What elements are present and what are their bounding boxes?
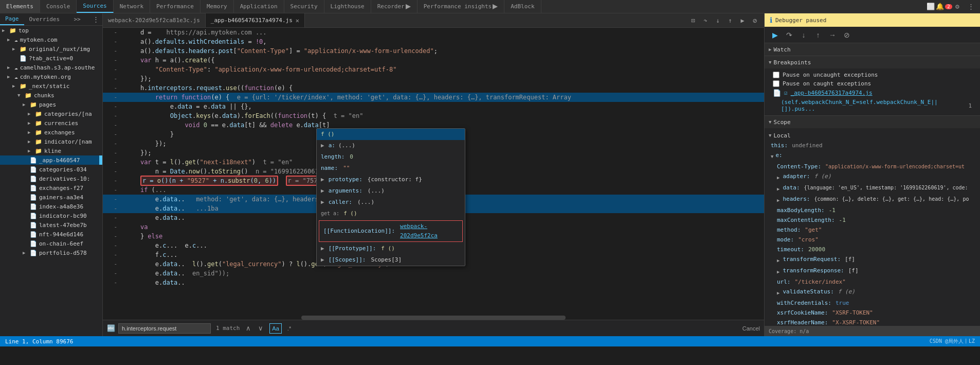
tree-item-tab-active[interactable]: 📄 ?tab_active=0 <box>0 54 102 63</box>
deactivate-breakpoints-button[interactable]: ⊘ <box>841 29 853 41</box>
scope-validate[interactable]: ▶ validateStatus: f (e) <box>765 287 980 298</box>
popup-item-fn[interactable]: f () <box>317 129 465 140</box>
popup-item-proto2[interactable]: ▶ [[Prototype]]: f () <box>317 243 465 254</box>
script-breakpoint-item[interactable]: 📄 ☑ _app-b4605476317a4974.js <box>765 88 980 98</box>
tab-security[interactable]: Security <box>284 0 324 13</box>
more-icon[interactable]: ⋮ <box>966 2 976 12</box>
step-over-icon[interactable]: ↷ <box>700 15 711 26</box>
tree-item-exchanges-f27[interactable]: 📄 exchanges-f27 <box>0 183 102 193</box>
tree-item-nuxt-img[interactable]: ▶ 📁 original/_nuxt/img <box>0 44 102 54</box>
tab-recorder[interactable]: Recorder <box>371 0 418 13</box>
tab-lighthouse[interactable]: Lighthouse <box>324 0 371 13</box>
search-input[interactable] <box>118 323 211 334</box>
file-tab-app[interactable]: _app-b4605476317a4974.js ✕ <box>206 13 305 27</box>
code-content[interactable]: - d = https://api.mytoken.com ... - a().… <box>103 28 764 336</box>
badge-icon[interactable]: 🔔2 <box>939 2 949 12</box>
tab-sources[interactable]: Sources <box>77 0 113 13</box>
step-into-button[interactable]: ↓ <box>797 29 810 41</box>
tree-item-camelhash[interactable]: ▶ ☁ camelhash.s3.ap-southe <box>0 63 102 72</box>
popup-item-a[interactable]: ▶ a: (...) <box>317 140 465 151</box>
horizontal-scrollbar-thumb[interactable] <box>301 316 566 320</box>
tree-item-top[interactable]: ▶ 📁 top <box>0 26 102 35</box>
tab-application[interactable]: Application <box>234 0 284 13</box>
pause-uncaught-checkbox[interactable] <box>773 72 779 78</box>
deactivate-icon[interactable]: ⊘ <box>750 15 760 26</box>
popup-item-name[interactable]: name: "" <box>317 163 465 174</box>
sidebar-tab-overrides[interactable]: Overrides <box>24 13 65 25</box>
tree-item-indicator[interactable]: ▶ 📁 indicator/[nam <box>0 137 102 146</box>
sidebar-actions-more[interactable]: ⋮ <box>89 13 102 25</box>
scope-transform-resp[interactable]: ▶ transformResponse: [f] <box>765 266 980 277</box>
popup-item-caller[interactable]: ▶ caller: (...) <box>317 197 465 208</box>
tree-item-derivatives[interactable]: 📄 derivatives-10: <box>0 174 102 183</box>
step-out-icon[interactable]: ↑ <box>725 15 735 26</box>
sidebar-tab-page[interactable]: Page <box>0 13 24 25</box>
scope-headers[interactable]: ▶ headers: {common: {…}, delete: {…}, ge… <box>765 194 980 205</box>
tree-item-cdn[interactable]: ▶ ☁ cdn.mytoken.org <box>0 72 102 81</box>
tree-item-nft[interactable]: 📄 nft-944e6d146 <box>0 230 102 239</box>
file-tab-webpack[interactable]: webpack-202d9e5f2ca81e3c.js <box>103 13 206 27</box>
tree-item-latest[interactable]: 📄 latest-47ebe7b <box>0 220 102 230</box>
tree-item-portfolio[interactable]: ▶ 📄 portfolio-d578 <box>0 248 102 257</box>
regex-toggle[interactable]: .* <box>285 323 294 334</box>
breakpoints-section-title[interactable]: ▼ Breakpoints <box>765 56 980 68</box>
scope-transform-req[interactable]: ▶ transformRequest: [f] <box>765 254 980 266</box>
tree-item-categories[interactable]: ▶ 📁 categories/[na <box>0 109 102 118</box>
tree-item-indicator-bc90[interactable]: 📄 indicator-bc90 <box>0 211 102 220</box>
tab-adblock[interactable]: AdBlock <box>504 0 541 13</box>
local-section-title[interactable]: ▼ Local <box>765 130 980 141</box>
match-case-toggle[interactable]: Aa <box>269 323 281 334</box>
popup-item-scopes[interactable]: ▶ [[Scopes]]: Scopes[3] <box>317 254 465 266</box>
tree-item-index[interactable]: 📄 index-a4a8e36 <box>0 202 102 211</box>
tree-item-next-static[interactable]: ▶ 📁 _next/static <box>0 81 102 91</box>
pause-caught-checkbox[interactable] <box>773 80 779 87</box>
popup-item-length[interactable]: length: 0 <box>317 151 465 163</box>
file-icon: 📄 <box>30 176 37 182</box>
scope-data[interactable]: ▶ data: {language: 'en_US', timestamp: '… <box>765 183 980 194</box>
scope-section-title[interactable]: ▼ Scope <box>765 116 980 128</box>
sidebar-tab-more[interactable]: >> <box>70 13 83 25</box>
format-icon[interactable]: ⊡ <box>688 15 698 26</box>
script-entry-item[interactable]: (self.webpackChunk_N_E=self.webpackChunk… <box>765 98 980 113</box>
dock-icon[interactable]: ⬜ <box>925 2 936 12</box>
tree-item-onchain[interactable]: 📄 on-chain-6eef <box>0 239 102 248</box>
step-out-button[interactable]: ↑ <box>812 29 824 41</box>
tab-network[interactable]: Network <box>114 0 150 13</box>
scope-adapter[interactable]: ▶ adapter: f (e) <box>765 171 980 183</box>
watch-section-title[interactable]: ▶ Watch <box>765 43 980 56</box>
scope-e-expandable[interactable]: ▼ e: <box>765 150 980 162</box>
tree-item-currencies[interactable]: ▶ 📁 currencies <box>0 118 102 128</box>
popup-item-get-a[interactable]: get a: f () <box>317 208 465 219</box>
function-location-link[interactable]: webpack-202d9e5f2ca <box>400 222 458 240</box>
search-cancel-button[interactable]: Cancel <box>742 325 760 332</box>
tree-item-chunks[interactable]: ▼ 📁 chunks <box>0 91 102 100</box>
tab-console[interactable]: Console <box>40 0 77 13</box>
tree-item-pages[interactable]: ▶ 📁 pages <box>0 100 102 109</box>
scope-xsrf-header: xsrfHeaderName: "X-XSRF-TOKEN" <box>765 318 980 326</box>
step-into-icon[interactable]: ↓ <box>713 15 723 26</box>
tab-performance-insights[interactable]: Performance insights <box>418 0 504 13</box>
tree-item-app-b460547[interactable]: 📄 _app-b460547 <box>0 155 102 165</box>
tree-item-exchanges[interactable]: ▶ 📁 exchanges <box>0 128 102 137</box>
file-tab-close[interactable]: ✕ <box>296 17 299 24</box>
right-panel-content[interactable]: ▶ Watch ▼ Breakpoints Pause on uncaught … <box>765 43 980 326</box>
popup-item-function-location[interactable]: [[FunctionLocation]]: webpack-202d9e5f2c… <box>319 220 463 242</box>
tree-item-mytoken[interactable]: ▶ ☁ mytoken.com <box>0 35 102 44</box>
next-match-button[interactable]: ∨ <box>255 323 266 334</box>
autocomplete-popup: f () ▶ a: (...) length: 0 name: "" ▶ p <box>316 128 465 266</box>
tab-performance[interactable]: Performance <box>150 0 201 13</box>
settings-icon[interactable]: ⚙ <box>952 2 963 12</box>
prev-match-button[interactable]: ∧ <box>243 323 254 334</box>
tree-arrow: ▶ <box>28 120 35 126</box>
step-button[interactable]: → <box>826 29 839 41</box>
tree-item-categories-034[interactable]: 📄 categories-034 <box>0 165 102 174</box>
step-over-button[interactable]: ↷ <box>783 29 795 41</box>
popup-item-prototype[interactable]: ▶ prototype: {constructor: f} <box>317 174 465 185</box>
continue-icon[interactable]: ▶ <box>737 15 748 26</box>
tab-memory[interactable]: Memory <box>201 0 234 13</box>
tree-item-gainers[interactable]: 📄 gainers-aa3e4 <box>0 193 102 202</box>
popup-item-arguments[interactable]: ▶ arguments: (...) <box>317 185 465 197</box>
tree-item-kline[interactable]: ▶ 📁 kline <box>0 146 102 155</box>
resume-button[interactable]: ▶ <box>769 29 781 41</box>
tab-elements[interactable]: Elements <box>0 0 40 13</box>
